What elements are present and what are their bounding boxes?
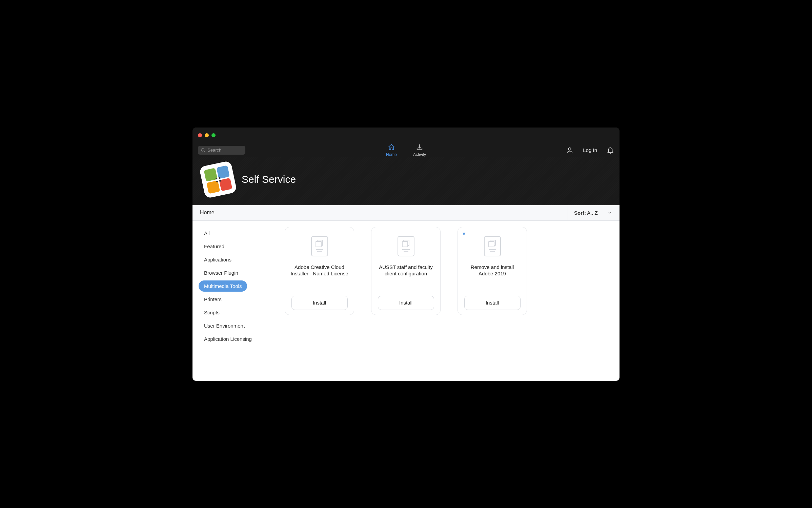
user-icon[interactable]: [566, 146, 573, 154]
titlebar: [192, 128, 620, 143]
app-card[interactable]: Adobe Creative Cloud Installer - Named L…: [285, 227, 354, 315]
nav-tab-home-label: Home: [386, 152, 397, 157]
nav-tabs: Home Activity: [386, 143, 426, 157]
install-button[interactable]: Install: [378, 296, 434, 310]
app-logo: [202, 163, 234, 196]
card-title: Adobe Creative Cloud Installer - Named L…: [289, 264, 350, 284]
star-icon: ★: [462, 231, 466, 236]
package-icon: [483, 235, 502, 257]
card-title: AUSST staff and faculty client configura…: [375, 264, 436, 284]
body: AllFeaturedApplicationsBrowser PluginMul…: [192, 221, 620, 381]
bell-icon[interactable]: [607, 146, 614, 154]
svg-point-0: [569, 148, 571, 150]
activity-icon: [416, 143, 423, 151]
subheader: Home Sort: A...Z: [192, 205, 620, 221]
sidebar-item[interactable]: Multimedia Tools: [199, 280, 247, 292]
sidebar-item[interactable]: Printers: [199, 294, 227, 305]
nav-tab-activity[interactable]: Activity: [413, 143, 426, 157]
package-icon: [397, 235, 415, 257]
toolbar: Home Activity Log In: [192, 143, 620, 157]
sidebar-item[interactable]: Scripts: [199, 307, 225, 318]
sidebar-item[interactable]: Application Licensing: [199, 333, 257, 345]
card-title: Remove and install Adobe 2019: [462, 264, 523, 284]
app-header: Self Service: [192, 157, 620, 205]
search-input[interactable]: [207, 148, 243, 153]
traffic-lights: [198, 133, 216, 137]
search-field-wrap[interactable]: [198, 146, 245, 155]
sidebar-item[interactable]: Featured: [199, 241, 230, 252]
sidebar-item[interactable]: User Environment: [199, 320, 250, 331]
sidebar-item[interactable]: All: [199, 228, 215, 239]
login-link[interactable]: Log In: [583, 147, 597, 153]
app-card[interactable]: AUSST staff and faculty client configura…: [371, 227, 441, 315]
sidebar-item[interactable]: Applications: [199, 254, 237, 265]
nav-tab-activity-label: Activity: [413, 152, 426, 157]
breadcrumb[interactable]: Home: [200, 210, 215, 216]
chevron-down-icon: [607, 210, 612, 215]
app-card[interactable]: ★Remove and install Adobe 2019Install: [458, 227, 527, 315]
content-grid: Adobe Creative Cloud Installer - Named L…: [281, 221, 620, 381]
app-window: Home Activity Log In: [192, 128, 620, 381]
minimize-window-button[interactable]: [205, 133, 209, 137]
toolbar-right: Log In: [566, 146, 614, 154]
close-window-button[interactable]: [198, 133, 202, 137]
install-button[interactable]: Install: [464, 296, 521, 310]
package-icon: [310, 235, 329, 257]
search-icon: [201, 148, 205, 153]
maximize-window-button[interactable]: [211, 133, 216, 137]
install-button[interactable]: Install: [291, 296, 348, 310]
sidebar: AllFeaturedApplicationsBrowser PluginMul…: [192, 221, 281, 381]
home-icon: [388, 143, 395, 151]
nav-tab-home[interactable]: Home: [386, 143, 397, 157]
app-title: Self Service: [242, 174, 296, 185]
sort-label: Sort: A...Z: [574, 210, 598, 216]
sort-dropdown[interactable]: Sort: A...Z: [568, 205, 612, 220]
sidebar-item[interactable]: Browser Plugin: [199, 267, 244, 278]
